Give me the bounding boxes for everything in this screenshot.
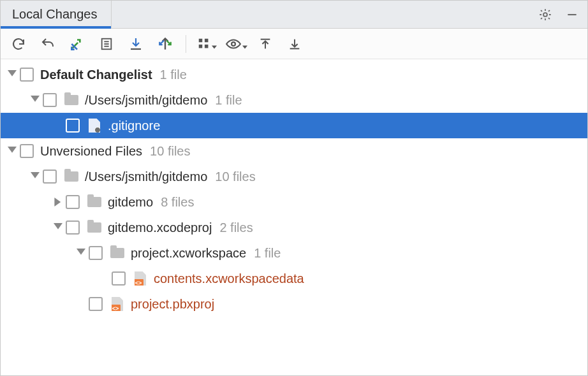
shelve-icon[interactable]: [123, 31, 149, 57]
file-count: 1 file: [215, 93, 242, 108]
svg-rect-11: [198, 38, 202, 42]
checkbox[interactable]: [20, 144, 34, 158]
file-icon: <>: [109, 296, 126, 312]
checkbox[interactable]: [66, 221, 80, 235]
header-actions: [536, 1, 587, 28]
file-name: project.pbxproj: [131, 297, 214, 312]
svg-marker-27: [54, 223, 62, 229]
file-count: 2 files: [219, 221, 253, 235]
tab-label: Local Changes: [12, 7, 97, 22]
svg-marker-28: [77, 249, 85, 255]
chevron-down-icon[interactable]: [27, 96, 43, 105]
folder-icon: [86, 194, 103, 210]
folder-row-xcodeproj[interactable]: gitdemo.xcodeproj 2 files: [1, 215, 587, 240]
refresh-icon[interactable]: [6, 31, 31, 57]
panel-header: Local Changes: [1, 1, 587, 29]
svg-marker-17: [242, 45, 247, 48]
checkbox[interactable]: [89, 246, 103, 260]
svg-marker-22: [8, 70, 17, 76]
folder-name: gitdemo.xcodeproj: [108, 221, 212, 235]
svg-marker-25: [31, 172, 40, 178]
svg-line-9: [160, 40, 163, 43]
changes-tree: Default Changelist 1 file /Users/jsmith/…: [1, 59, 587, 375]
checkbox[interactable]: [66, 195, 80, 209]
folder-icon: [109, 245, 126, 261]
file-row[interactable]: <> project.pbxproj: [1, 291, 587, 317]
svg-marker-23: [31, 96, 40, 102]
unversioned-root[interactable]: Unversioned Files 10 files: [1, 138, 587, 164]
svg-marker-26: [54, 198, 61, 206]
commit-icon[interactable]: [64, 31, 90, 57]
file-icon: [86, 117, 103, 134]
unversioned-label: Unversioned Files: [40, 144, 142, 159]
rollback-icon[interactable]: [35, 31, 61, 57]
file-icon: <>: [132, 270, 149, 287]
svg-marker-15: [212, 45, 217, 48]
file-count: 10 files: [150, 144, 190, 159]
checkbox[interactable]: [20, 68, 34, 82]
folder-icon: [63, 168, 80, 185]
svg-point-16: [232, 42, 235, 46]
svg-marker-24: [8, 147, 17, 153]
file-count: 8 files: [161, 195, 194, 210]
folder-icon: [63, 92, 80, 108]
expand-all-icon[interactable]: [253, 31, 278, 57]
changelist-icon[interactable]: [94, 31, 119, 57]
toolbar: [1, 29, 587, 59]
gear-icon[interactable]: [536, 6, 554, 24]
svg-rect-12: [204, 38, 208, 42]
checkbox[interactable]: [43, 170, 57, 184]
folder-name: gitdemo: [108, 195, 153, 210]
local-changes-panel: Local Changes: [0, 0, 588, 376]
folder-row[interactable]: /Users/jsmith/gitdemo 1 file: [1, 87, 587, 113]
toolbar-separator: [186, 35, 186, 53]
file-count: 1 file: [254, 246, 281, 261]
tab-local-changes[interactable]: Local Changes: [1, 1, 112, 28]
groupby-icon[interactable]: [194, 31, 219, 57]
file-row-gitignore[interactable]: .gitignore: [1, 113, 587, 138]
checkbox[interactable]: [112, 271, 126, 286]
folder-icon: [86, 219, 103, 236]
file-name: .gitignore: [108, 119, 160, 133]
changelist-default[interactable]: Default Changelist 1 file: [1, 62, 587, 87]
chevron-down-icon[interactable]: [50, 223, 66, 232]
file-count: 10 files: [215, 170, 255, 184]
changelist-label: Default Changelist: [40, 68, 152, 82]
diff-branch-icon[interactable]: [152, 31, 178, 57]
svg-rect-13: [198, 44, 202, 48]
chevron-down-icon[interactable]: [4, 147, 20, 155]
folder-path: /Users/jsmith/gitdemo: [85, 93, 207, 108]
folder-path: /Users/jsmith/gitdemo: [85, 170, 207, 184]
folder-row-workspace[interactable]: project.xcworkspace 1 file: [1, 240, 587, 266]
checkbox[interactable]: [66, 119, 80, 133]
file-row[interactable]: <> contents.xcworkspacedata: [1, 266, 587, 291]
chevron-right-icon[interactable]: [50, 198, 66, 206]
svg-point-0: [543, 13, 547, 17]
svg-line-10: [166, 40, 170, 43]
folder-name: project.xcworkspace: [131, 246, 246, 261]
chevron-down-icon[interactable]: [4, 70, 20, 79]
collapse-all-icon[interactable]: [282, 31, 307, 57]
chevron-down-icon[interactable]: [73, 249, 89, 257]
folder-row-gitdemo[interactable]: gitdemo 8 files: [1, 189, 587, 215]
preview-icon[interactable]: [223, 31, 249, 57]
file-count: 1 file: [160, 68, 187, 82]
folder-row[interactable]: /Users/jsmith/gitdemo 10 files: [1, 164, 587, 189]
svg-rect-14: [204, 44, 208, 48]
chevron-down-icon[interactable]: [27, 172, 43, 181]
checkbox[interactable]: [89, 297, 103, 311]
checkbox[interactable]: [43, 93, 57, 107]
minimize-icon[interactable]: [563, 6, 581, 24]
file-name: contents.xcworkspacedata: [154, 271, 304, 286]
